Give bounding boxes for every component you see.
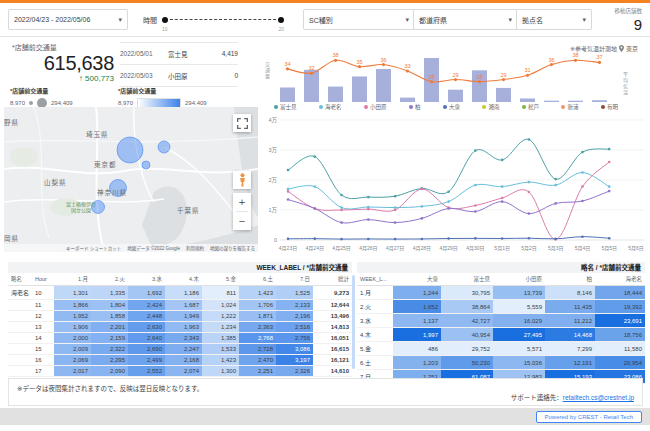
legend-item[interactable]: 大泉 xyxy=(443,103,460,111)
slider-handle-max[interactable] xyxy=(278,17,284,23)
column-header[interactable]: 海老名 xyxy=(595,273,645,286)
trend-data-point[interactable] xyxy=(474,237,477,240)
trend-data-point[interactable] xyxy=(528,191,531,194)
site-name-select[interactable]: 拠点名 ▾ xyxy=(516,9,592,30)
prefecture-select[interactable]: 都道府県 ▾ xyxy=(413,9,518,30)
trend-data-point[interactable] xyxy=(313,185,316,188)
temperature-point[interactable] xyxy=(286,67,289,70)
trend-data-point[interactable] xyxy=(501,185,504,188)
trend-data-point[interactable] xyxy=(528,212,531,215)
traffic-bubble[interactable] xyxy=(117,137,143,163)
daily-traffic-bar[interactable] xyxy=(376,69,391,102)
column-header[interactable]: Hour xyxy=(32,273,54,286)
temperature-point[interactable] xyxy=(334,59,337,62)
map-attribution-item[interactable]: 地図データ ©2022 Google xyxy=(127,245,180,251)
daily-traffic-bar[interactable] xyxy=(544,101,559,102)
daily-traffic-bar[interactable] xyxy=(280,87,295,102)
daily-traffic-bar[interactable] xyxy=(568,101,583,102)
trend-data-point[interactable] xyxy=(394,206,397,209)
trend-data-point[interactable] xyxy=(340,206,343,209)
temperature-point[interactable] xyxy=(406,69,409,72)
trend-data-point[interactable] xyxy=(474,204,477,207)
trend-data-point[interactable] xyxy=(608,148,611,151)
trend-data-point[interactable] xyxy=(394,238,397,241)
column-header[interactable]: 略名 xyxy=(8,273,32,286)
trend-data-point[interactable] xyxy=(528,237,531,240)
trend-data-point[interactable] xyxy=(581,200,584,203)
trend-data-point[interactable] xyxy=(287,190,290,193)
legend-item[interactable]: 富士見 xyxy=(274,103,297,111)
daily-traffic-bar[interactable] xyxy=(592,100,607,102)
powered-by-button[interactable]: Powered by CREST - Retail Tech xyxy=(536,411,642,423)
daily-traffic-bar[interactable] xyxy=(520,98,535,102)
map-attribution-item[interactable]: キーボード ショートカット xyxy=(66,245,121,251)
hourly-table-scrollbar[interactable] xyxy=(352,275,355,369)
trend-data-point[interactable] xyxy=(501,159,504,162)
traffic-bubble[interactable] xyxy=(158,141,170,153)
trend-data-point[interactable] xyxy=(447,207,450,210)
column-header[interactable]: 1.月 xyxy=(54,273,91,286)
trend-data-point[interactable] xyxy=(367,196,370,199)
trend-data-point[interactable] xyxy=(528,181,531,184)
column-header[interactable]: 6.土 xyxy=(239,273,276,286)
column-header[interactable]: 柏 xyxy=(545,273,595,286)
trend-data-point[interactable] xyxy=(581,171,584,174)
trend-data-point[interactable] xyxy=(367,218,370,221)
trend-data-point[interactable] xyxy=(608,161,611,164)
trend-data-point[interactable] xyxy=(501,197,504,200)
trend-data-point[interactable] xyxy=(287,169,290,172)
column-header[interactable]: WEEK_L... xyxy=(357,273,393,286)
trend-data-point[interactable] xyxy=(421,238,424,241)
trend-data-point[interactable] xyxy=(528,138,531,141)
legend-item[interactable]: 海老名 xyxy=(319,103,342,111)
temperature-point[interactable] xyxy=(478,80,481,83)
daily-traffic-bar[interactable] xyxy=(352,76,367,102)
trend-data-point[interactable] xyxy=(421,217,424,220)
trend-data-point[interactable] xyxy=(554,202,557,205)
trend-data-point[interactable] xyxy=(287,198,290,201)
temperature-point[interactable] xyxy=(382,63,385,66)
trend-data-point[interactable] xyxy=(421,205,424,208)
column-header[interactable]: 富士見 xyxy=(441,273,493,286)
trend-data-point[interactable] xyxy=(367,208,370,211)
trend-data-point[interactable] xyxy=(447,200,450,203)
legend-item[interactable]: 有明 xyxy=(601,103,618,111)
trend-data-point[interactable] xyxy=(287,188,290,191)
trend-data-point[interactable] xyxy=(394,209,397,212)
column-header[interactable]: 2.火 xyxy=(91,273,128,286)
trend-data-point[interactable] xyxy=(313,155,316,158)
temperature-point[interactable] xyxy=(550,63,553,66)
trend-data-point[interactable] xyxy=(581,185,584,188)
street-view-pegman[interactable] xyxy=(233,171,251,189)
trend-data-point[interactable] xyxy=(474,184,477,187)
legend-item[interactable]: 新浦 xyxy=(561,103,578,111)
map-attribution-item[interactable]: 地図の誤りを報告する xyxy=(210,245,255,251)
map-attribution-item[interactable]: 利用規約 xyxy=(186,245,204,251)
daily-traffic-bar[interactable] xyxy=(496,88,511,102)
daily-traffic-bar[interactable] xyxy=(400,98,415,102)
trend-data-point[interactable] xyxy=(287,238,290,241)
slider-handle-min[interactable] xyxy=(162,17,168,23)
date-range-select[interactable]: 2022/04/23 - 2022/05/06 ▾ xyxy=(8,9,128,30)
trend-data-point[interactable] xyxy=(447,237,450,240)
trend-data-point[interactable] xyxy=(581,235,584,238)
trend-data-point[interactable] xyxy=(421,188,424,191)
temperature-point[interactable] xyxy=(430,80,433,83)
column-header[interactable]: 総計 xyxy=(313,273,352,286)
column-header[interactable]: 4.木 xyxy=(165,273,202,286)
legend-item[interactable]: 松戸 xyxy=(522,103,539,111)
trend-data-point[interactable] xyxy=(340,238,343,241)
temperature-point[interactable] xyxy=(454,78,457,81)
temperature-point[interactable] xyxy=(310,72,313,75)
trend-data-point[interactable] xyxy=(501,237,504,240)
trend-data-point[interactable] xyxy=(340,209,343,212)
trend-data-point[interactable] xyxy=(608,185,611,188)
trend-data-point[interactable] xyxy=(340,221,343,224)
temperature-point[interactable] xyxy=(574,59,577,62)
trend-data-point[interactable] xyxy=(394,221,397,224)
support-email-link[interactable]: retailtech.cs@crestnet.jp xyxy=(563,394,634,401)
column-header[interactable]: 3.水 xyxy=(128,273,165,286)
trend-data-point[interactable] xyxy=(367,238,370,241)
time-range-slider[interactable]: 10 20 xyxy=(165,19,281,20)
daily-traffic-bar[interactable] xyxy=(448,90,463,102)
